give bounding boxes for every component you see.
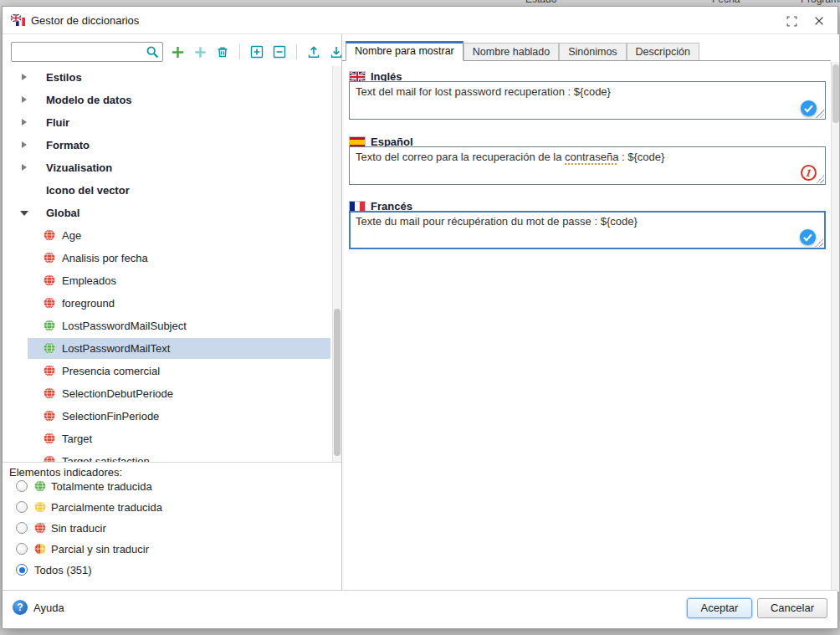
globe-red-icon <box>34 522 46 534</box>
translation-panel: Nombre para mostrar Nombre hablado Sinón… <box>342 34 839 591</box>
plus-teal-icon <box>193 45 207 59</box>
tree-item-selectiondebutperiode[interactable]: SelectionDebutPeriode <box>3 382 341 405</box>
translation-textarea-espanol[interactable]: Texto del correo para la recuperación de… <box>349 146 826 185</box>
tree-item-lostpasswordmailtext[interactable]: LostPasswordMailText <box>3 337 341 360</box>
globe-red-icon <box>44 297 55 309</box>
validated-check-icon[interactable] <box>799 228 817 246</box>
toolbar-separator <box>239 44 240 59</box>
tree-item-empleados[interactable]: Empleados <box>3 269 341 292</box>
accept-button[interactable]: Aceptar <box>687 598 752 618</box>
tree-item-vizualisation[interactable]: Vizualisation <box>3 156 341 179</box>
background-column-label: Fecha <box>712 0 740 5</box>
indicator-option-totalmente-traducida: Totalmente traducida <box>3 476 341 497</box>
radio-parcial-y-sin-traducir[interactable] <box>16 543 28 555</box>
background-table-header: Estado Fecha Programa <box>0 0 840 6</box>
validated-check-icon[interactable] <box>800 100 817 117</box>
dictionary-flags-icon <box>11 14 26 27</box>
radio-todos[interactable] <box>16 564 28 576</box>
tree-item-selectionfinperiode[interactable]: SelectionFinPeriode <box>3 405 341 428</box>
translation-textarea-ingles[interactable]: Text del mail for lost password recupera… <box>349 81 826 120</box>
globe-yellow-icon <box>34 501 46 513</box>
dialog-footer: ? Ayuda Aceptar Cancelar <box>3 590 837 628</box>
globe-green-icon <box>34 480 46 492</box>
globe-green-icon <box>44 320 55 331</box>
globe-red-icon <box>44 274 55 286</box>
globe-red-yellow-icon <box>34 543 46 555</box>
dictionary-left-panel: Estilos Modelo de datos Fluir Formato Vi… <box>3 34 342 591</box>
globe-red-icon <box>44 433 55 444</box>
globe-red-icon <box>44 229 55 241</box>
collapse-all-button[interactable] <box>271 44 288 60</box>
globe-red-icon <box>44 455 55 463</box>
tree-item-lostpasswordmailsubject[interactable]: LostPasswordMailSubject <box>3 315 341 337</box>
tab-nombre-hablado[interactable]: Nombre hablado <box>464 43 559 60</box>
resize-grip[interactable] <box>815 238 823 247</box>
tree-item-foreground[interactable]: foreground <box>3 292 341 315</box>
maximize-button[interactable] <box>785 14 798 28</box>
tab-descripcion[interactable]: Descripción <box>627 43 699 60</box>
cancel-button[interactable]: Cancelar <box>757 598 827 618</box>
dictionary-toolbar <box>11 41 338 63</box>
indicator-option-parcialmente-traducida: Parcialmente traducida <box>3 497 341 518</box>
indicator-option-sin-traducir: Sin traducir <box>3 518 341 539</box>
tree-scrollbar[interactable] <box>332 66 341 462</box>
collapse-arrow-icon[interactable] <box>20 211 28 216</box>
tree-item-formato[interactable]: Formato <box>3 134 341 156</box>
flag-es-icon <box>350 137 365 147</box>
export-button[interactable] <box>305 44 322 60</box>
toolbar-separator <box>296 44 297 59</box>
expand-arrow-icon[interactable] <box>22 141 27 148</box>
trash-icon <box>215 44 230 59</box>
expand-arrow-icon[interactable] <box>22 96 27 103</box>
translation-textarea-frances[interactable]: Texte du mail pour récupération du mot d… <box>349 211 826 249</box>
expand-all-button[interactable] <box>248 44 265 60</box>
tree-item-analisis-por-fecha[interactable]: Analisis por fecha <box>3 247 341 269</box>
radio-parcialmente-traducida[interactable] <box>16 501 28 513</box>
close-button[interactable] <box>812 14 826 28</box>
tree-item-age[interactable]: Age <box>3 224 341 247</box>
right-scrollbar-thumb[interactable] <box>832 64 839 123</box>
indicator-option-parcial-y-sin-traducir: Parcial y sin traducir <box>3 539 341 560</box>
maximize-icon <box>786 15 798 28</box>
radio-totalmente-traducida[interactable] <box>16 480 28 492</box>
tree-item-presencia-comercial[interactable]: Presencia comercial <box>3 360 341 382</box>
plus-green-icon <box>171 45 185 59</box>
search-input[interactable] <box>15 44 144 60</box>
expand-arrow-icon[interactable] <box>22 119 27 125</box>
resize-grip[interactable] <box>816 110 824 118</box>
globe-red-icon <box>44 365 55 376</box>
globe-red-icon <box>44 387 55 399</box>
expand-arrow-icon[interactable] <box>22 74 27 80</box>
expand-arrow-icon[interactable] <box>22 164 27 171</box>
globe-green-icon <box>44 342 55 354</box>
tree-scrollbar-thumb[interactable] <box>334 309 341 456</box>
tree-item-target[interactable]: Target <box>3 428 341 450</box>
tree-item-modelo-de-datos[interactable]: Modelo de datos <box>3 89 341 111</box>
tree-item-icono-del-vector[interactable]: Icono del vector <box>3 179 341 202</box>
radio-sin-traducir[interactable] <box>16 522 28 534</box>
right-scrollbar[interactable] <box>831 62 839 591</box>
add-entry-button[interactable] <box>169 44 186 60</box>
help-link[interactable]: ? Ayuda <box>13 600 64 615</box>
flag-uk-icon <box>350 72 365 82</box>
search-icon <box>146 45 160 59</box>
tree-item-estilos[interactable]: Estilos <box>3 66 341 89</box>
tab-nombre-para-mostrar[interactable]: Nombre para mostrar <box>346 41 464 61</box>
flag-fr-icon <box>350 202 365 212</box>
expand-all-icon <box>249 44 264 59</box>
translation-tabs: Nombre para mostrar Nombre hablado Sinón… <box>342 41 831 61</box>
tab-sinonimos[interactable]: Sinónimos <box>559 43 626 60</box>
globe-red-icon <box>44 252 55 264</box>
close-icon <box>813 15 825 27</box>
tree-item-global[interactable]: Global <box>3 202 341 224</box>
help-icon: ? <box>13 600 28 615</box>
background-column-label: Programa <box>801 0 840 5</box>
resize-grip[interactable] <box>816 175 824 183</box>
collapse-all-icon <box>272 44 287 59</box>
indicator-option-todos: Todos (351) <box>3 560 341 581</box>
arrow-up-tray-icon <box>306 44 321 59</box>
tree-item-target-satisfaction[interactable]: Target satisfaction <box>3 450 341 463</box>
tree-item-fluir[interactable]: Fluir <box>3 111 341 134</box>
add-secondary-button[interactable] <box>192 44 208 60</box>
delete-button[interactable] <box>214 44 231 60</box>
